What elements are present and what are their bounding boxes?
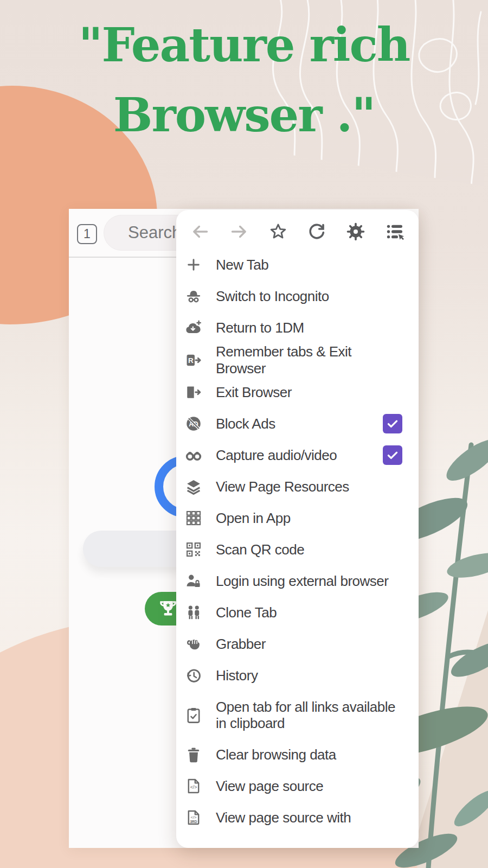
menu-item-exit-browser[interactable]: Exit Browser [176,376,419,408]
block-ads-icon: AD [184,414,203,433]
headline: "Feature rich Browser ." [0,10,488,150]
fist-icon [184,634,203,654]
svg-text:R: R [188,356,194,365]
exit-door-icon [184,382,203,402]
menu-item-scan-qr[interactable]: Scan QR code [176,534,419,565]
svg-text:</>: </> [190,785,197,790]
code-file-icon: </> [184,776,203,796]
menu-icon-toolbar [176,210,419,246]
clipboard-check-icon [184,705,203,725]
menu-item-remember-tabs-exit[interactable]: R Remember tabs & Exit Browser [176,343,419,376]
binoculars-icon [184,445,203,465]
menu-item-grabber[interactable]: Grabber [176,628,419,660]
menu-item-block-ads[interactable]: AD Block Ads [176,408,419,439]
menu-item-login-external[interactable]: Login using external browser [176,565,419,597]
quick-settings-icon[interactable] [383,220,407,244]
history-clock-icon [184,666,203,685]
block-ads-checkbox-checked[interactable] [383,414,402,433]
person-lock-icon [184,571,203,591]
back-icon[interactable] [188,220,212,244]
tab-count: 1 [84,227,91,241]
menu-list: New Tab Switch to Incognito [176,249,419,833]
browser-menu-panel: New Tab Switch to Incognito [176,210,419,848]
layers-icon [184,477,203,496]
menu-item-history[interactable]: History [176,660,419,691]
settings-gear-icon[interactable] [344,220,368,244]
menu-item-view-page-source-with[interactable]: </> 3RD View page source with [176,802,419,833]
menu-item-open-in-app[interactable]: Open in App [176,502,419,534]
headline-line1: "Feature rich [0,10,488,80]
menu-item-capture-audio-video[interactable]: Capture audio/video [176,439,419,471]
headline-line2: Browser ." [0,80,488,150]
code-file-3rd-icon: </> 3RD [184,808,203,827]
menu-item-return-1dm[interactable]: Return to 1DM [176,312,419,343]
people-icon [184,603,203,622]
forward-icon[interactable] [227,220,251,244]
bookmark-star-icon[interactable] [266,220,290,244]
menu-item-new-tab[interactable]: New Tab [176,249,419,280]
menu-item-open-clipboard-links[interactable]: Open tab for all links available in clip… [176,691,419,739]
search-label: Search [128,223,181,242]
new-tab-plus-icon [184,255,203,275]
menu-item-clone-tab[interactable]: Clone Tab [176,597,419,628]
menu-item-clear-browsing-data[interactable]: Clear browsing data [176,739,419,770]
svg-text:3RD: 3RD [190,820,197,824]
remember-tabs-exit-icon: R [184,350,203,370]
menu-item-switch-incognito[interactable]: Switch to Incognito [176,280,419,312]
app-grid-icon [184,508,203,528]
refresh-icon[interactable] [305,220,329,244]
capture-audio-video-checkbox-checked[interactable] [383,445,402,465]
menu-item-view-page-resources[interactable]: View Page Resources [176,471,419,502]
cloud-download-plus-icon [184,318,203,337]
tab-counter-button[interactable]: 1 [77,224,97,244]
menu-item-view-page-source[interactable]: </> View page source [176,770,419,802]
qr-code-icon [184,540,203,559]
trash-icon [184,745,203,764]
incognito-icon [184,286,203,306]
